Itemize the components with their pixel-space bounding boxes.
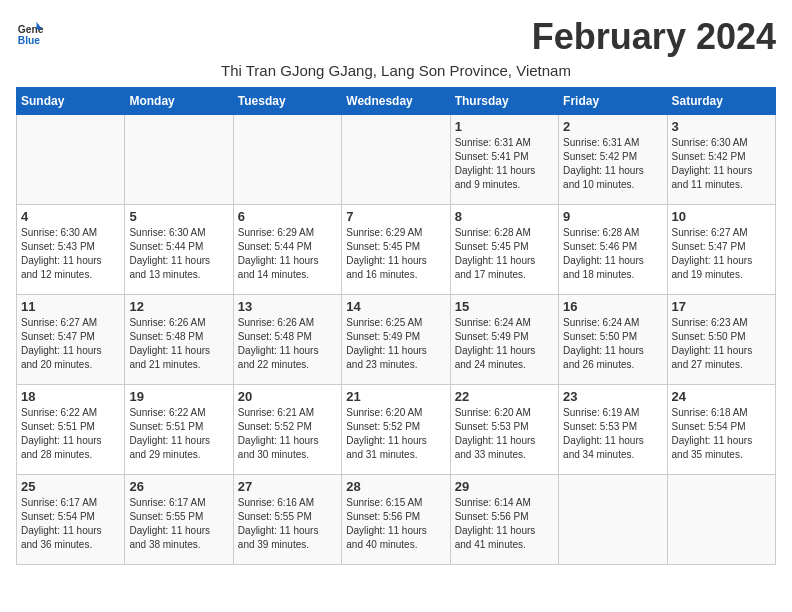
day-number: 21 [346,389,445,404]
day-number: 26 [129,479,228,494]
dow-header: Monday [125,88,233,115]
day-detail: Sunrise: 6:17 AMSunset: 5:54 PMDaylight:… [21,496,120,552]
day-detail: Sunrise: 6:28 AMSunset: 5:45 PMDaylight:… [455,226,554,282]
calendar-cell [342,115,450,205]
dow-header: Friday [559,88,667,115]
dow-header: Saturday [667,88,775,115]
calendar-cell: 10Sunrise: 6:27 AMSunset: 5:47 PMDayligh… [667,205,775,295]
day-number: 27 [238,479,337,494]
calendar-cell: 22Sunrise: 6:20 AMSunset: 5:53 PMDayligh… [450,385,558,475]
calendar-cell: 27Sunrise: 6:16 AMSunset: 5:55 PMDayligh… [233,475,341,565]
day-detail: Sunrise: 6:14 AMSunset: 5:56 PMDaylight:… [455,496,554,552]
calendar-week-row: 18Sunrise: 6:22 AMSunset: 5:51 PMDayligh… [17,385,776,475]
day-detail: Sunrise: 6:21 AMSunset: 5:52 PMDaylight:… [238,406,337,462]
svg-text:Blue: Blue [18,35,41,46]
day-detail: Sunrise: 6:16 AMSunset: 5:55 PMDaylight:… [238,496,337,552]
day-number: 7 [346,209,445,224]
logo: General Blue [16,20,44,48]
day-detail: Sunrise: 6:22 AMSunset: 5:51 PMDaylight:… [21,406,120,462]
day-detail: Sunrise: 6:31 AMSunset: 5:41 PMDaylight:… [455,136,554,192]
day-number: 24 [672,389,771,404]
calendar-cell [559,475,667,565]
day-number: 13 [238,299,337,314]
dow-header: Wednesday [342,88,450,115]
calendar-cell: 16Sunrise: 6:24 AMSunset: 5:50 PMDayligh… [559,295,667,385]
day-detail: Sunrise: 6:24 AMSunset: 5:49 PMDaylight:… [455,316,554,372]
day-number: 6 [238,209,337,224]
calendar-cell: 26Sunrise: 6:17 AMSunset: 5:55 PMDayligh… [125,475,233,565]
calendar-cell: 4Sunrise: 6:30 AMSunset: 5:43 PMDaylight… [17,205,125,295]
day-detail: Sunrise: 6:26 AMSunset: 5:48 PMDaylight:… [129,316,228,372]
day-detail: Sunrise: 6:31 AMSunset: 5:42 PMDaylight:… [563,136,662,192]
calendar-cell [233,115,341,205]
day-number: 4 [21,209,120,224]
day-detail: Sunrise: 6:29 AMSunset: 5:45 PMDaylight:… [346,226,445,282]
day-detail: Sunrise: 6:30 AMSunset: 5:42 PMDaylight:… [672,136,771,192]
day-detail: Sunrise: 6:28 AMSunset: 5:46 PMDaylight:… [563,226,662,282]
day-number: 19 [129,389,228,404]
subtitle: Thi Tran GJong GJang, Lang Son Province,… [16,62,776,79]
calendar-cell: 13Sunrise: 6:26 AMSunset: 5:48 PMDayligh… [233,295,341,385]
day-detail: Sunrise: 6:30 AMSunset: 5:43 PMDaylight:… [21,226,120,282]
calendar-week-row: 25Sunrise: 6:17 AMSunset: 5:54 PMDayligh… [17,475,776,565]
day-detail: Sunrise: 6:23 AMSunset: 5:50 PMDaylight:… [672,316,771,372]
calendar-cell: 25Sunrise: 6:17 AMSunset: 5:54 PMDayligh… [17,475,125,565]
calendar-body: 1Sunrise: 6:31 AMSunset: 5:41 PMDaylight… [17,115,776,565]
month-title: February 2024 [532,16,776,58]
calendar-cell: 6Sunrise: 6:29 AMSunset: 5:44 PMDaylight… [233,205,341,295]
day-detail: Sunrise: 6:19 AMSunset: 5:53 PMDaylight:… [563,406,662,462]
day-detail: Sunrise: 6:15 AMSunset: 5:56 PMDaylight:… [346,496,445,552]
day-detail: Sunrise: 6:18 AMSunset: 5:54 PMDaylight:… [672,406,771,462]
calendar-cell: 21Sunrise: 6:20 AMSunset: 5:52 PMDayligh… [342,385,450,475]
calendar-cell: 1Sunrise: 6:31 AMSunset: 5:41 PMDaylight… [450,115,558,205]
page-header: General Blue February 2024 [16,16,776,58]
calendar-cell: 5Sunrise: 6:30 AMSunset: 5:44 PMDaylight… [125,205,233,295]
calendar-cell: 12Sunrise: 6:26 AMSunset: 5:48 PMDayligh… [125,295,233,385]
day-number: 18 [21,389,120,404]
calendar-cell: 23Sunrise: 6:19 AMSunset: 5:53 PMDayligh… [559,385,667,475]
dow-header: Tuesday [233,88,341,115]
calendar-cell: 3Sunrise: 6:30 AMSunset: 5:42 PMDaylight… [667,115,775,205]
calendar-cell: 11Sunrise: 6:27 AMSunset: 5:47 PMDayligh… [17,295,125,385]
day-number: 25 [21,479,120,494]
day-detail: Sunrise: 6:17 AMSunset: 5:55 PMDaylight:… [129,496,228,552]
calendar-cell: 7Sunrise: 6:29 AMSunset: 5:45 PMDaylight… [342,205,450,295]
calendar-cell: 14Sunrise: 6:25 AMSunset: 5:49 PMDayligh… [342,295,450,385]
calendar-cell [667,475,775,565]
calendar-cell: 8Sunrise: 6:28 AMSunset: 5:45 PMDaylight… [450,205,558,295]
day-detail: Sunrise: 6:30 AMSunset: 5:44 PMDaylight:… [129,226,228,282]
calendar-week-row: 11Sunrise: 6:27 AMSunset: 5:47 PMDayligh… [17,295,776,385]
dow-header: Sunday [17,88,125,115]
day-detail: Sunrise: 6:27 AMSunset: 5:47 PMDaylight:… [21,316,120,372]
day-detail: Sunrise: 6:25 AMSunset: 5:49 PMDaylight:… [346,316,445,372]
day-detail: Sunrise: 6:27 AMSunset: 5:47 PMDaylight:… [672,226,771,282]
calendar-cell: 28Sunrise: 6:15 AMSunset: 5:56 PMDayligh… [342,475,450,565]
calendar-cell: 17Sunrise: 6:23 AMSunset: 5:50 PMDayligh… [667,295,775,385]
calendar-cell: 2Sunrise: 6:31 AMSunset: 5:42 PMDaylight… [559,115,667,205]
day-number: 23 [563,389,662,404]
days-of-week-row: SundayMondayTuesdayWednesdayThursdayFrid… [17,88,776,115]
day-number: 3 [672,119,771,134]
day-number: 9 [563,209,662,224]
calendar-cell: 20Sunrise: 6:21 AMSunset: 5:52 PMDayligh… [233,385,341,475]
calendar-table: SundayMondayTuesdayWednesdayThursdayFrid… [16,87,776,565]
calendar-cell: 9Sunrise: 6:28 AMSunset: 5:46 PMDaylight… [559,205,667,295]
day-number: 8 [455,209,554,224]
day-number: 2 [563,119,662,134]
dow-header: Thursday [450,88,558,115]
day-number: 29 [455,479,554,494]
day-number: 11 [21,299,120,314]
day-number: 17 [672,299,771,314]
calendar-cell: 18Sunrise: 6:22 AMSunset: 5:51 PMDayligh… [17,385,125,475]
calendar-cell: 15Sunrise: 6:24 AMSunset: 5:49 PMDayligh… [450,295,558,385]
day-number: 20 [238,389,337,404]
calendar-week-row: 4Sunrise: 6:30 AMSunset: 5:43 PMDaylight… [17,205,776,295]
day-number: 10 [672,209,771,224]
day-number: 16 [563,299,662,314]
day-number: 14 [346,299,445,314]
logo-icon: General Blue [16,20,44,48]
day-detail: Sunrise: 6:20 AMSunset: 5:52 PMDaylight:… [346,406,445,462]
day-number: 5 [129,209,228,224]
day-number: 22 [455,389,554,404]
day-number: 12 [129,299,228,314]
